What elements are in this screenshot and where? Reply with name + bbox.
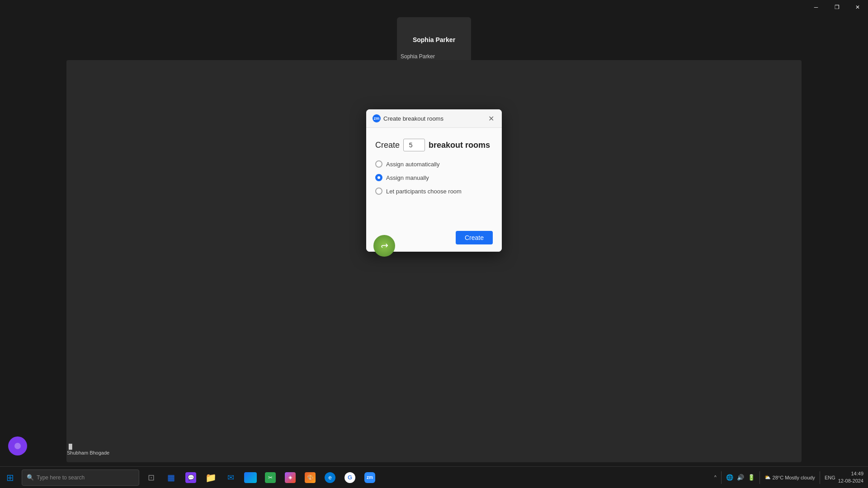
minimize-button[interactable]: ─	[806, 0, 826, 14]
radio-label-manual: Assign manually	[386, 174, 429, 181]
clock-time: 14:49	[838, 470, 863, 477]
search-icon: 🔍	[27, 474, 34, 481]
systray-divider	[721, 471, 722, 484]
clock-date: 12-08-2024	[838, 478, 863, 484]
windows-logo-icon: ⊞	[6, 472, 14, 483]
radio-label-auto: Assign automatically	[386, 161, 440, 168]
create-prefix-label: Create	[375, 141, 400, 150]
dialog-body: Create breakout rooms Assign automatical…	[366, 128, 502, 231]
systray-divider-3	[820, 471, 820, 484]
taskbar-app-colorful[interactable]: 🎨	[300, 468, 320, 488]
taskbar-app-google[interactable]: G	[340, 468, 360, 488]
battery-icon[interactable]: 🔋	[748, 474, 755, 481]
title-bar: ─ ❐ ✕	[806, 0, 868, 14]
dialog-close-button[interactable]: ✕	[486, 114, 495, 123]
weather-widget[interactable]: ⛅ 28°C Mostly cloudy	[764, 474, 815, 480]
video-participant-name: Sophia Parker	[413, 36, 455, 43]
purple-dot-button[interactable]	[8, 436, 27, 455]
restore-button[interactable]: ❐	[826, 0, 847, 14]
network-icon[interactable]: 🌐	[726, 474, 733, 481]
taskbar-app-chat[interactable]: 💬	[181, 468, 201, 488]
signal-user-name: Shubham Bhogade	[67, 450, 109, 455]
edge-icon: e	[325, 472, 335, 483]
widgets-button[interactable]: ▦	[161, 468, 181, 488]
close-button[interactable]: ✕	[847, 0, 868, 14]
create-rooms-button[interactable]: Create	[456, 231, 493, 244]
systray-chevron-icon[interactable]: ^	[714, 475, 717, 480]
create-breakout-rooms-dialog: zm Create breakout rooms ✕ Create breako…	[366, 109, 502, 252]
dialog-title: Create breakout rooms	[383, 115, 443, 122]
thumbnail-icon	[244, 472, 257, 483]
volume-icon[interactable]: 🔊	[737, 474, 744, 481]
radio-circle-manual	[375, 174, 382, 181]
create-rooms-row: Create breakout rooms	[375, 139, 493, 151]
weather-text: 28°C Mostly cloudy	[773, 475, 815, 480]
systray-icons-group: 🌐 🔊 🔋	[726, 474, 755, 481]
systray-divider-2	[760, 471, 760, 484]
cursor-arrow-icon: ↩	[381, 240, 388, 251]
taskbar-app-mail[interactable]: ✉	[221, 468, 241, 488]
radio-let-participants-choose[interactable]: Let participants choose room	[375, 188, 493, 195]
task-view-button[interactable]: ⊡	[141, 468, 161, 488]
mail-icon: ✉	[227, 473, 234, 483]
taskbar: ⊞ 🔍 Type here to search ⊡ ▦ 💬 📁 ✉ ✂ ◈ 🎨 …	[0, 466, 868, 488]
file-explorer-icon: 📁	[205, 472, 217, 483]
video-card: Sophia Parker Sophia Parker	[397, 17, 471, 62]
room-count-input[interactable]	[403, 139, 425, 151]
search-placeholder-text: Type here to search	[37, 474, 85, 481]
task-view-icon: ⊡	[148, 473, 155, 483]
radio-assign-automatically[interactable]: Assign automatically	[375, 160, 493, 168]
signal-name-area: ▐▌ Shubham Bhogade	[67, 444, 109, 455]
language-button[interactable]: ENG	[825, 475, 835, 480]
taskbar-app-zoom[interactable]: zm	[360, 468, 380, 488]
signal-bars-icon: ▐▌	[67, 444, 109, 449]
taskbar-app-edge[interactable]: e	[320, 468, 340, 488]
dialog-header-left: zm Create breakout rooms	[373, 114, 443, 122]
radio-assign-manually[interactable]: Assign manually	[375, 174, 493, 181]
chat-icon: 💬	[185, 472, 196, 483]
taskbar-app-file-explorer[interactable]: 📁	[201, 468, 221, 488]
colorful-app-icon: 🎨	[305, 472, 316, 483]
dialog-header: zm Create breakout rooms ✕	[366, 109, 502, 128]
google-icon: G	[344, 472, 355, 483]
taskbar-app-snip[interactable]: ✂	[260, 468, 280, 488]
purple-dot-inner	[14, 443, 21, 449]
taskbar-search-bar[interactable]: 🔍 Type here to search	[22, 469, 139, 486]
assignment-options-group: Assign automatically Assign manually Let…	[375, 160, 493, 195]
snip-icon: ✂	[265, 472, 276, 483]
weather-icon: ⛅	[764, 474, 771, 480]
zoom-taskbar-icon: zm	[364, 472, 375, 483]
taskbar-app-thumbnail[interactable]	[241, 468, 260, 488]
start-button[interactable]: ⊞	[0, 468, 20, 488]
video-label: Sophia Parker	[401, 53, 435, 60]
radio-label-choose: Let participants choose room	[386, 188, 462, 195]
radio-circle-choose	[375, 188, 382, 195]
clock-area[interactable]: 14:49 12-08-2024	[838, 470, 863, 484]
radio-circle-auto	[375, 160, 382, 168]
cursor-indicator: ↩	[373, 235, 395, 257]
zoom-logo-icon: zm	[373, 114, 381, 122]
taskbar-app-figma[interactable]: ◈	[280, 468, 300, 488]
widgets-icon: ▦	[167, 473, 175, 483]
system-tray: ^ 🌐 🔊 🔋 ⛅ 28°C Mostly cloudy ENG 14:49 1…	[714, 470, 868, 484]
figma-icon: ◈	[285, 472, 296, 483]
breakout-suffix-label: breakout rooms	[429, 141, 490, 150]
